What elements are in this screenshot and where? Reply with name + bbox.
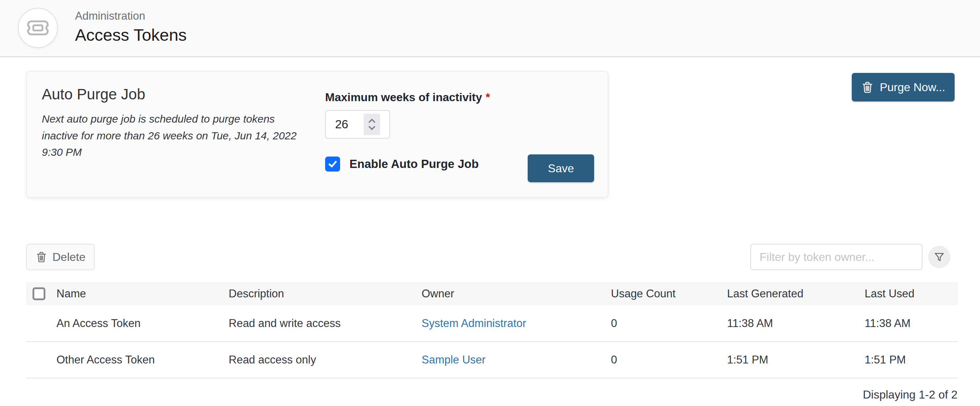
owner-link[interactable]: System Administrator [422,317,526,330]
access-tokens-page: Administration Access Tokens Purge Now..… [0,0,980,406]
column-header-usage-count[interactable]: Usage Count [611,282,727,305]
cell-last-generated: 1:51 PM [727,342,865,378]
page-title: Access Tokens [75,25,187,46]
breadcrumb: Administration [75,9,187,23]
owner-link[interactable]: Sample User [422,353,485,366]
feature-badge [18,8,58,48]
trash-icon [35,250,48,264]
cell-description: Read access only [229,342,422,378]
enable-auto-purge-checkbox[interactable] [325,156,340,172]
weeks-input[interactable] [326,118,359,131]
required-marker: * [485,91,490,103]
page-header: Administration Access Tokens [0,0,980,57]
pagination-status: Displaying 1-2 of 2 [863,388,958,401]
ticket-icon [26,19,50,37]
card-description: Next auto purge job is scheduled to purg… [42,111,301,161]
trash-icon [861,80,874,94]
column-header-owner[interactable]: Owner [422,282,611,305]
table-row[interactable]: Other Access Token Read access only Samp… [26,342,958,378]
select-all-checkbox[interactable] [32,287,45,300]
header-titles: Administration Access Tokens [75,9,187,46]
check-icon [328,159,337,169]
weeks-field-label: Maximum weeks of inactivity* [325,91,490,104]
column-header-name[interactable]: Name [56,282,229,305]
cell-usage-count: 0 [611,305,727,342]
cell-last-used: 1:51 PM [865,342,958,378]
funnel-icon [933,251,945,263]
filter-button[interactable] [928,246,950,268]
number-stepper[interactable] [364,114,380,135]
cell-last-generated: 11:38 AM [727,305,865,342]
column-header-last-generated[interactable]: Last Generated [727,282,865,305]
enable-auto-purge-label: Enable Auto Purge Job [349,157,479,171]
save-button[interactable]: Save [528,154,594,182]
cell-name: Other Access Token [56,342,229,378]
column-header-last-used[interactable]: Last Used [865,282,958,305]
delete-button[interactable]: Delete [26,244,95,270]
auto-purge-card: Auto Purge Job Next auto purge job is sc… [26,71,608,197]
chevron-down-icon[interactable] [368,126,376,130]
cell-description: Read and write access [229,305,422,342]
save-label: Save [548,162,574,175]
delete-label: Delete [52,250,86,264]
chevron-up-icon[interactable] [368,119,376,123]
weeks-label-text: Maximum weeks of inactivity [325,91,482,103]
purge-now-label: Purge Now... [880,81,945,94]
filter-input[interactable] [750,244,923,270]
cell-name: An Access Token [56,305,229,342]
tokens-table: Name Description Owner Usage Count Last … [26,282,958,379]
cell-usage-count: 0 [611,342,727,378]
column-header-description[interactable]: Description [229,282,422,305]
table-header-row: Name Description Owner Usage Count Last … [26,282,958,305]
cell-last-used: 11:38 AM [865,305,958,342]
purge-now-button[interactable]: Purge Now... [852,73,955,102]
enable-auto-purge-row: Enable Auto Purge Job [325,156,479,172]
card-title: Auto Purge Job [42,86,145,103]
weeks-input-wrap [325,110,390,139]
table-row[interactable]: An Access Token Read and write access Sy… [26,305,958,342]
